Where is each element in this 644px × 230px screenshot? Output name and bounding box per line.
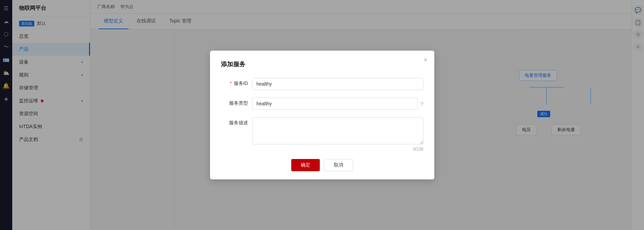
service-type-field: ? xyxy=(252,98,423,110)
service-type-label: 服务类型 xyxy=(221,98,248,106)
modal-footer: 确定 取消 xyxy=(221,159,423,171)
modal-overlay[interactable]: 添加服务 × * 服务ID 服务类型 ? xyxy=(0,0,644,230)
form-row-service-desc: 服务描述 0/128 xyxy=(221,117,423,152)
confirm-button[interactable]: 确定 xyxy=(291,159,320,171)
form-row-service-id: * 服务ID xyxy=(221,78,423,90)
form-row-service-type: 服务类型 ? xyxy=(221,98,423,110)
service-type-input[interactable] xyxy=(252,98,418,110)
add-service-modal: 添加服务 × * 服务ID 服务类型 ? xyxy=(210,51,434,179)
cancel-button[interactable]: 取消 xyxy=(324,159,353,171)
service-id-label: * 服务ID xyxy=(221,78,248,87)
modal-title: 添加服务 xyxy=(221,60,423,68)
service-desc-textarea[interactable] xyxy=(252,117,423,144)
help-icon[interactable]: ? xyxy=(420,101,423,107)
service-id-input[interactable] xyxy=(252,78,423,90)
service-id-field xyxy=(252,78,423,90)
modal-close-button[interactable]: × xyxy=(424,57,428,63)
service-desc-field: 0/128 xyxy=(252,117,423,152)
required-star: * xyxy=(230,81,231,86)
char-count: 0/128 xyxy=(252,147,423,152)
service-desc-label: 服务描述 xyxy=(221,117,248,126)
